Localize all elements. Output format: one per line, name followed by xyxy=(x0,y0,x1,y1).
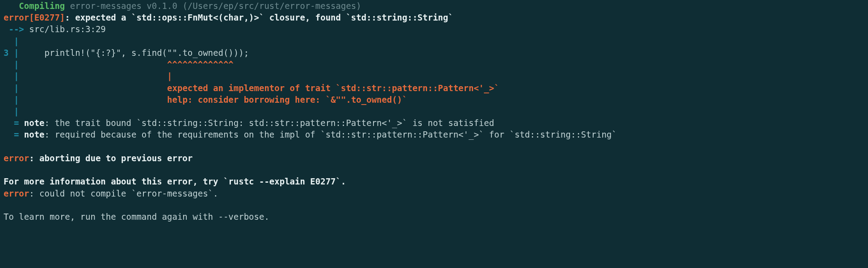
gutter-pipe: | xyxy=(4,36,19,46)
help-text-1: : consider borrowing here: ` xyxy=(188,95,331,105)
note-text-1: : the trait bound `std::string::String: … xyxy=(45,118,495,128)
caret-pipe: | xyxy=(19,71,172,81)
gutter-eq: = xyxy=(4,118,24,128)
error-code: error[E0277] xyxy=(4,13,65,22)
gutter-line-number: 3 | xyxy=(4,48,19,58)
caret-span: ^^^^^^^^^^^^^ xyxy=(19,59,233,69)
error-label: error xyxy=(4,153,29,163)
note-label: note xyxy=(24,130,45,139)
gutter-pipe: | xyxy=(4,59,19,69)
compiling-target: error-messages v0.1.0 (/Users/ep/src/rus… xyxy=(65,1,361,11)
help-suggestion: &"".to_owned() xyxy=(331,95,402,105)
error-title: : expected a `std::ops::FnMut<(char,)>` … xyxy=(65,13,453,22)
learn-more-text: To learn more, run the command again wit… xyxy=(4,212,269,222)
gutter-pipe: | xyxy=(4,106,19,116)
terminal-output: Compiling error-messages v0.1.0 (/Users/… xyxy=(0,0,868,222)
gutter-pipe: | xyxy=(4,95,19,105)
gutter-pipe: | xyxy=(4,83,19,93)
help-label: help xyxy=(19,95,188,105)
note-text-2: : required because of the requirements o… xyxy=(45,130,617,139)
gutter-eq: = xyxy=(4,130,24,139)
could-not-compile-text: : could not compile `error-messages`. xyxy=(29,188,218,198)
compiling-label: Compiling xyxy=(4,1,65,11)
location-path: src/lib.rs:3:29 xyxy=(29,24,106,34)
help-text-2: ` xyxy=(402,95,407,105)
location-arrow: --> xyxy=(4,24,29,34)
error-label: error xyxy=(4,188,29,198)
gutter-pipe: | xyxy=(4,71,19,81)
more-info-text: For more information about this error, t… xyxy=(4,176,346,186)
error-expected: expected an implementor of trait `std::s… xyxy=(19,83,499,93)
note-label: note xyxy=(24,118,45,128)
source-line: println!("{:?}", s.find("".to_owned())); xyxy=(19,48,249,58)
aborting-text: : aborting due to previous error xyxy=(29,153,193,163)
